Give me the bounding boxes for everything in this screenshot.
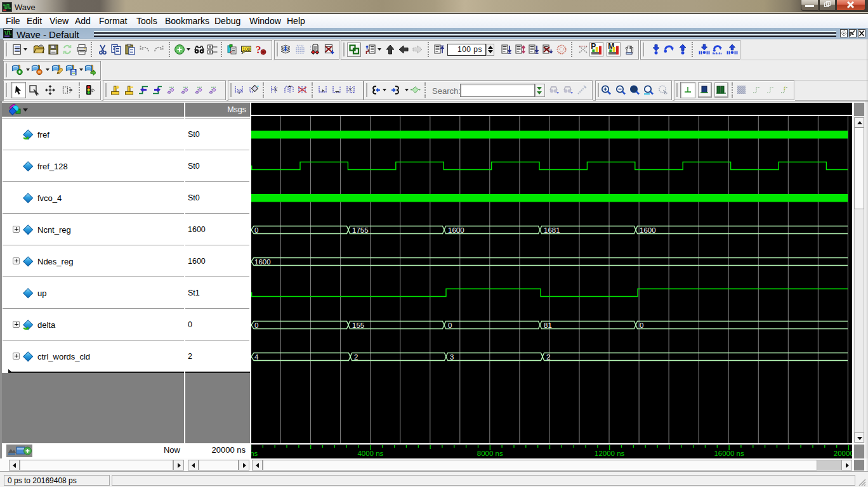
svg-text:1600: 1600 (448, 226, 464, 234)
svg-text:81: 81 (544, 321, 552, 329)
svg-text:0: 0 (448, 321, 452, 329)
svg-text:20000 ns: 20000 ns (834, 450, 852, 457)
svg-text:2: 2 (354, 353, 358, 361)
svg-text:4000 ns: 4000 ns (357, 450, 383, 457)
svg-text:0 ns: 0 ns (251, 450, 258, 457)
svg-text:4: 4 (254, 353, 259, 361)
svg-text:16000 ns: 16000 ns (714, 450, 744, 457)
svg-text:0: 0 (640, 321, 643, 329)
svg-text:0: 0 (254, 226, 258, 234)
svg-text:0: 0 (254, 321, 258, 329)
svg-text:?: ? (256, 44, 261, 55)
svg-text:2: 2 (546, 353, 550, 361)
svg-text:1600: 1600 (254, 258, 271, 266)
svg-text:1755: 1755 (352, 226, 369, 234)
svg-text:1681: 1681 (544, 226, 560, 234)
svg-text:12000 ns: 12000 ns (595, 450, 625, 457)
svg-text:8000 ns: 8000 ns (477, 450, 503, 457)
svg-text:155: 155 (352, 321, 364, 329)
svg-text:100: 100 (242, 46, 251, 52)
svg-text:3: 3 (450, 353, 454, 361)
svg-text:1600: 1600 (640, 226, 656, 234)
